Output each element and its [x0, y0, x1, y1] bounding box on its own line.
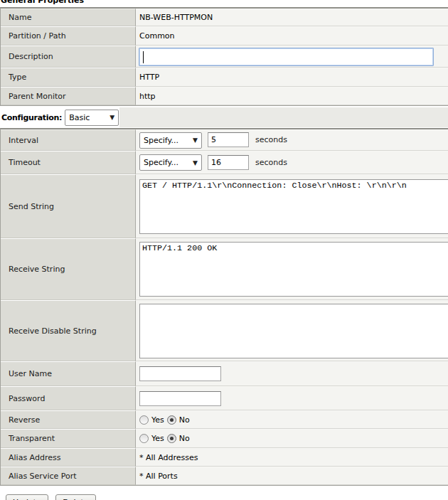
user-name-label: User Name	[1, 361, 136, 386]
password-input[interactable]	[139, 391, 221, 406]
password-label: Password	[1, 386, 136, 410]
timeout-unit: seconds	[255, 158, 287, 167]
row-parent-monitor: Parent Monitor http	[1, 87, 448, 105]
row-receive-string: Receive String HTTP/1.1 200 OK	[1, 238, 448, 300]
row-receive-disable-string: Receive Disable String	[1, 300, 448, 361]
alias-service-port-label: Alias Service Port	[1, 467, 136, 485]
parent-monitor-value: http	[136, 87, 448, 105]
type-label: Type	[1, 68, 136, 87]
name-value: NB-WEB-HTTPMON	[136, 9, 448, 26]
configuration-mode-select[interactable]: Basic	[65, 110, 119, 126]
send-string-label: Send String	[1, 174, 136, 238]
text-caret	[143, 51, 144, 63]
send-string-textarea[interactable]: GET / HTTP/1.1\r\nConnection: Close\r\nH…	[139, 179, 448, 234]
interval-input[interactable]	[208, 132, 249, 147]
row-transparent: Transparent YesNo	[1, 429, 448, 448]
type-value: HTTP	[136, 68, 448, 87]
row-type: Type HTTP	[1, 68, 448, 87]
receive-disable-string-label: Receive Disable String	[1, 300, 136, 361]
row-alias-address: Alias Address * All Addresses	[1, 448, 448, 467]
reverse-label: Reverse	[1, 410, 136, 429]
row-partition: Partition / Path Common	[1, 26, 448, 46]
partition-label: Partition / Path	[1, 26, 136, 46]
row-name: Name NB-WEB-HTTPMON	[1, 9, 448, 26]
interval-unit: seconds	[255, 135, 287, 144]
receive-string-label: Receive String	[1, 238, 136, 300]
radio-yes[interactable]	[139, 434, 149, 443]
radio-yes[interactable]	[139, 415, 149, 425]
user-name-input[interactable]	[139, 366, 221, 381]
general-properties-table: Name NB-WEB-HTTPMON Partition / Path Com…	[0, 7, 448, 106]
row-reverse: Reverse YesNo	[1, 410, 448, 429]
row-send-string: Send String GET / HTTP/1.1\r\nConnection…	[1, 174, 448, 238]
description-input[interactable]	[139, 48, 434, 66]
row-user-name: User Name	[1, 361, 448, 386]
radio-label-no[interactable]: No	[179, 434, 190, 443]
section-title-general-properties: General Properties	[1, 0, 448, 5]
reverse-radio-group: YesNo	[139, 415, 448, 425]
configuration-label: Configuration:	[1, 113, 62, 122]
transparent-label: Transparent	[1, 429, 136, 448]
row-timeout: Timeout Specify... ▼ seconds	[1, 151, 448, 174]
partition-value: Common	[136, 26, 448, 46]
row-alias-service-port: Alias Service Port * All Ports	[1, 467, 448, 485]
radio-label-yes[interactable]: Yes	[151, 434, 164, 443]
row-interval: Interval Specify... ▼ seconds	[1, 129, 448, 151]
config-strip	[119, 107, 448, 127]
row-description: Description	[1, 46, 448, 68]
configuration-table: Interval Specify... ▼ seconds Timeout Sp…	[0, 128, 448, 486]
radio-no[interactable]	[167, 415, 176, 425]
description-label: Description	[1, 46, 136, 68]
interval-label: Interval	[1, 129, 136, 151]
parent-monitor-label: Parent Monitor	[1, 87, 136, 105]
receive-disable-string-textarea[interactable]	[139, 304, 448, 358]
radio-no[interactable]	[167, 434, 176, 443]
radio-label-no[interactable]: No	[179, 415, 190, 425]
delete-button[interactable]: Delete	[55, 494, 95, 500]
timeout-mode-select[interactable]: Specify...	[139, 154, 202, 171]
timeout-input[interactable]	[208, 155, 249, 170]
transparent-radio-group: YesNo	[139, 434, 448, 443]
alias-address-value: * All Addresses	[136, 448, 448, 467]
alias-service-port-value: * All Ports	[136, 467, 448, 485]
alias-address-label: Alias Address	[1, 448, 136, 467]
interval-mode-select[interactable]: Specify...	[139, 132, 202, 149]
receive-string-textarea[interactable]: HTTP/1.1 200 OK	[139, 242, 448, 297]
row-password: Password	[1, 386, 448, 410]
name-label: Name	[1, 9, 136, 26]
update-button[interactable]: Update	[6, 494, 48, 500]
radio-label-yes[interactable]: Yes	[151, 415, 164, 425]
timeout-label: Timeout	[1, 151, 136, 174]
